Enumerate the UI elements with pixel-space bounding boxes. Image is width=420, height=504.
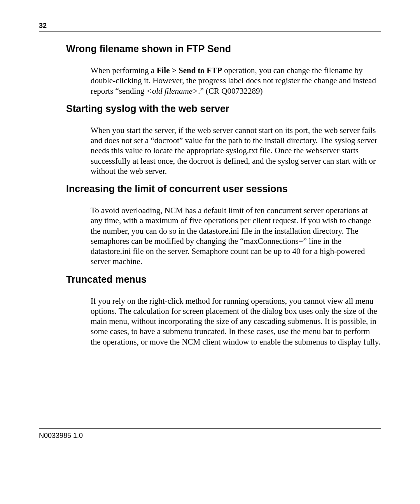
section-wrong-filename: Wrong filename shown in FTP Send When pe… [39, 43, 381, 96]
page-content: 32 Wrong filename shown in FTP Send When… [0, 0, 420, 347]
text-bold: File > Send to FTP [157, 66, 222, 75]
page-number: 32 [39, 22, 47, 30]
section-syslog: Starting syslog with the web server When… [39, 103, 381, 176]
footer-rule [39, 428, 381, 429]
heading-truncated: Truncated menus [66, 274, 381, 285]
footer-text: N0033985 1.0 [39, 432, 381, 440]
text-italic: <old filename> [146, 86, 198, 96]
heading-concurrent: Increasing the limit of concurrent user … [66, 183, 381, 194]
section-truncated: Truncated menus If you rely on the right… [39, 274, 381, 347]
text-post: .” (CR Q00732289) [198, 86, 262, 96]
paragraph-concurrent: To avoid overloading, NCM has a default … [91, 205, 381, 267]
paragraph-syslog: When you start the server, if the web se… [91, 125, 381, 176]
page-header: 32 [39, 22, 381, 32]
paragraph-truncated: If you rely on the right-click method fo… [91, 296, 381, 347]
section-concurrent: Increasing the limit of concurrent user … [39, 183, 381, 267]
text-pre: When performing a [91, 66, 157, 75]
paragraph-wrong-filename: When performing a File > Send to FTP ope… [91, 65, 381, 96]
heading-syslog: Starting syslog with the web server [66, 103, 381, 114]
page-footer: N0033985 1.0 [39, 428, 381, 440]
heading-wrong-filename: Wrong filename shown in FTP Send [66, 43, 381, 54]
